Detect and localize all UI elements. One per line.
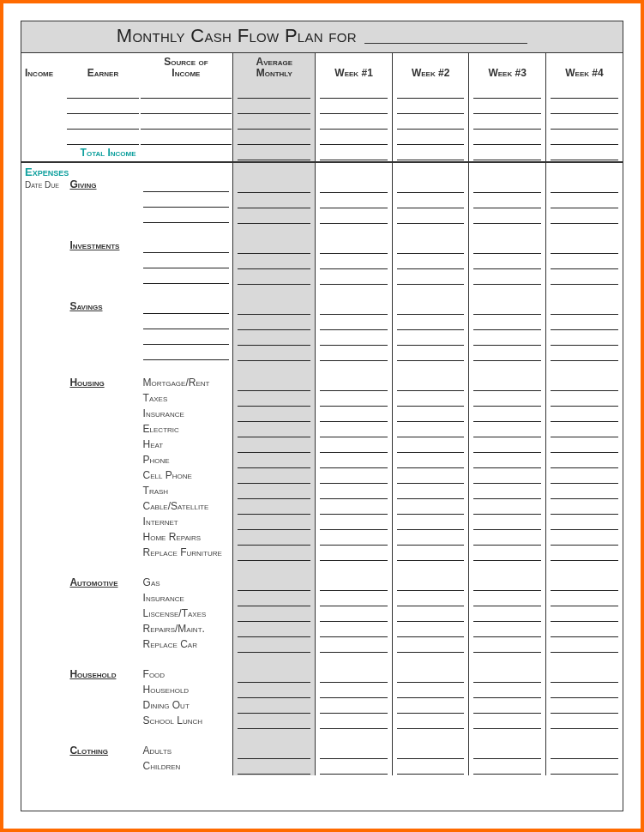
- week-input[interactable]: [551, 608, 618, 622]
- title-blank-line[interactable]: [364, 43, 527, 44]
- week-input[interactable]: [473, 116, 541, 130]
- week-input[interactable]: [320, 424, 388, 437]
- week-input[interactable]: [320, 195, 388, 208]
- week-input[interactable]: [320, 408, 388, 422]
- week-input[interactable]: [320, 639, 388, 653]
- week-input[interactable]: [320, 317, 388, 330]
- week-input[interactable]: [473, 256, 541, 269]
- earner-input[interactable]: [67, 131, 138, 145]
- item-input[interactable]: [143, 255, 230, 268]
- week-input[interactable]: [473, 179, 541, 193]
- week-input[interactable]: [320, 501, 388, 515]
- week-input[interactable]: [320, 608, 388, 622]
- week-input[interactable]: [397, 501, 465, 515]
- item-input[interactable]: [143, 300, 230, 314]
- week-input[interactable]: [320, 684, 388, 698]
- avg-input[interactable]: [238, 715, 310, 729]
- week-input[interactable]: [473, 639, 541, 653]
- week-input[interactable]: [551, 100, 618, 114]
- week-input[interactable]: [473, 684, 541, 698]
- avg-input[interactable]: [238, 347, 310, 361]
- avg-input[interactable]: [238, 501, 310, 515]
- avg-input[interactable]: [238, 700, 310, 714]
- avg-input[interactable]: [238, 408, 310, 422]
- source-input[interactable]: [141, 131, 232, 145]
- week-input[interactable]: [473, 593, 541, 606]
- total-week4[interactable]: [551, 147, 618, 160]
- week-input[interactable]: [320, 393, 388, 407]
- week-input[interactable]: [551, 593, 618, 606]
- week-input[interactable]: [473, 195, 541, 208]
- avg-input[interactable]: [238, 577, 310, 591]
- avg-input[interactable]: [238, 639, 310, 653]
- week-input[interactable]: [551, 131, 618, 145]
- week-input[interactable]: [320, 761, 388, 775]
- week-input[interactable]: [551, 715, 618, 729]
- week-input[interactable]: [397, 455, 465, 468]
- avg-input[interactable]: [238, 179, 310, 193]
- week-input[interactable]: [397, 745, 465, 759]
- earner-input[interactable]: [67, 100, 138, 114]
- week-input[interactable]: [320, 347, 388, 361]
- week-input[interactable]: [397, 624, 465, 637]
- item-input[interactable]: [143, 239, 230, 253]
- week-input[interactable]: [473, 393, 541, 407]
- week-input[interactable]: [551, 256, 618, 269]
- week-input[interactable]: [397, 593, 465, 606]
- avg-input[interactable]: [238, 131, 310, 145]
- week-input[interactable]: [320, 116, 388, 130]
- source-input[interactable]: [141, 100, 232, 114]
- week-input[interactable]: [320, 593, 388, 606]
- week-input[interactable]: [397, 516, 465, 530]
- week-input[interactable]: [320, 577, 388, 591]
- avg-input[interactable]: [238, 424, 310, 437]
- avg-input[interactable]: [238, 240, 310, 254]
- week-input[interactable]: [551, 210, 618, 224]
- week-input[interactable]: [397, 100, 465, 114]
- week-input[interactable]: [397, 131, 465, 145]
- week-input[interactable]: [397, 669, 465, 683]
- earner-input[interactable]: [67, 85, 138, 99]
- week-input[interactable]: [551, 669, 618, 683]
- source-input[interactable]: [141, 85, 232, 99]
- week-input[interactable]: [473, 516, 541, 530]
- week-input[interactable]: [551, 577, 618, 591]
- week-input[interactable]: [551, 271, 618, 285]
- week-input[interactable]: [397, 271, 465, 285]
- week-input[interactable]: [320, 439, 388, 453]
- week-input[interactable]: [551, 408, 618, 422]
- week-input[interactable]: [473, 470, 541, 484]
- avg-input[interactable]: [238, 547, 310, 561]
- week-input[interactable]: [397, 532, 465, 546]
- week-input[interactable]: [473, 624, 541, 637]
- week-input[interactable]: [397, 377, 465, 391]
- source-input[interactable]: [141, 116, 232, 130]
- item-input[interactable]: [143, 331, 230, 345]
- avg-input[interactable]: [238, 485, 310, 499]
- avg-input[interactable]: [238, 439, 310, 453]
- week-input[interactable]: [473, 100, 541, 114]
- avg-input[interactable]: [238, 761, 310, 775]
- week-input[interactable]: [397, 470, 465, 484]
- week-input[interactable]: [473, 408, 541, 422]
- total-week1[interactable]: [320, 147, 388, 160]
- week-input[interactable]: [473, 131, 541, 145]
- week-input[interactable]: [473, 745, 541, 759]
- week-input[interactable]: [551, 85, 618, 99]
- week-input[interactable]: [397, 347, 465, 361]
- total-week3[interactable]: [473, 147, 541, 160]
- week-input[interactable]: [320, 179, 388, 193]
- week-input[interactable]: [397, 179, 465, 193]
- week-input[interactable]: [473, 332, 541, 346]
- week-input[interactable]: [551, 377, 618, 391]
- week-input[interactable]: [473, 577, 541, 591]
- week-input[interactable]: [551, 485, 618, 499]
- week-input[interactable]: [473, 501, 541, 515]
- week-input[interactable]: [551, 624, 618, 637]
- week-input[interactable]: [551, 195, 618, 208]
- week-input[interactable]: [473, 271, 541, 285]
- avg-input[interactable]: [238, 745, 310, 759]
- week-input[interactable]: [397, 700, 465, 714]
- week-input[interactable]: [551, 700, 618, 714]
- avg-input[interactable]: [238, 100, 310, 114]
